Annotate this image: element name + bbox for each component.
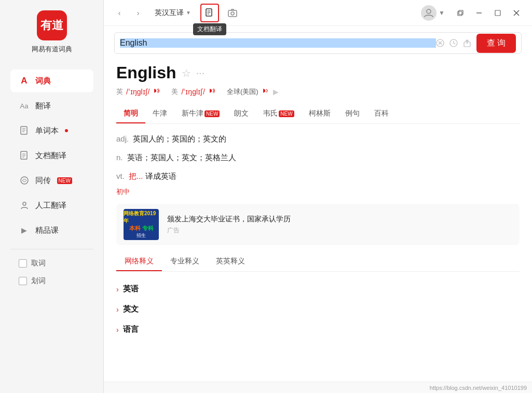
tab-examples[interactable]: 例句 (338, 105, 367, 123)
tab-baike[interactable]: 百科 (367, 105, 396, 123)
tab-pro-def[interactable]: 专业释义 (162, 252, 208, 271)
svg-rect-18 (459, 10, 463, 15)
huaci-checkbox[interactable] (19, 277, 27, 285)
translate-mode-button[interactable]: 英汉互译 ▼ (149, 6, 196, 20)
net-def-tabs: 网络释义 专业释义 英英释义 (116, 252, 520, 272)
simtrans-icon (19, 175, 30, 186)
ad-card[interactable]: 网络教育2019年 本科 专科 招生 颁发上海交大毕业证书，国家承认学历 广告 (116, 204, 520, 245)
net-def-item-1[interactable]: › 英文 (116, 299, 520, 319)
user-area[interactable]: ▼ (421, 5, 445, 21)
svg-rect-17 (458, 11, 462, 16)
phonetic-en-sound[interactable] (153, 87, 161, 96)
back-button[interactable]: ‹ (112, 6, 127, 20)
svg-rect-20 (495, 10, 500, 16)
star-button[interactable]: ☆ (182, 67, 191, 79)
svg-point-16 (427, 9, 431, 13)
checkbox-quci[interactable]: 取词 (10, 255, 93, 272)
svg-marker-33 (263, 89, 265, 93)
tab-weishi[interactable]: 韦氏NEW (256, 105, 301, 123)
more-button[interactable]: ··· (196, 67, 205, 79)
phonetic-en-symbol: /ˈɪŋglɪʃ/ (126, 88, 149, 96)
def-text-n: 英语；英国人；英文；英格兰人 (127, 153, 236, 162)
sidebar-item-courses-label: 精品课 (35, 226, 59, 235)
user-arrow: ▼ (439, 9, 445, 17)
doc-translate-tooltip: 文档翻译 (193, 23, 226, 35)
tab-langwen[interactable]: 朗文 (227, 105, 256, 123)
sidebar-item-doctrans-label: 文档翻译 (35, 151, 66, 161)
svg-point-9 (23, 202, 26, 205)
ad-type1: 本科 (129, 224, 141, 232)
ad-content: 颁发上海交大毕业证书，国家承认学历 广告 (167, 215, 291, 235)
sidebar-item-dict-label: 词典 (35, 76, 51, 86)
sidebar-item-translate-label: 翻译 (35, 101, 51, 111)
tab-net-def[interactable]: 网络释义 (116, 252, 162, 271)
quci-checkbox[interactable] (19, 259, 27, 268)
search-bar: 查 询 (114, 32, 522, 54)
screenshot-button[interactable] (223, 4, 242, 22)
def-link-vt[interactable]: 把... (129, 172, 143, 180)
global-sound-btn[interactable] (262, 87, 270, 96)
clear-button[interactable] (436, 39, 444, 47)
query-button[interactable]: 查 询 (476, 34, 516, 53)
tab-jianming[interactable]: 简明 (116, 105, 145, 123)
net-def-item-0[interactable]: › 英语 (116, 279, 520, 299)
tab-oxford[interactable]: 牛津 (145, 105, 174, 123)
sidebar-item-translate[interactable]: Aa 翻译 (10, 94, 93, 117)
tab-collins[interactable]: 柯林斯 (302, 105, 338, 123)
checkbox-huaci[interactable]: 划词 (10, 272, 93, 290)
doctrans-icon (19, 150, 30, 161)
sidebar-item-wordbook[interactable]: 单词本 (10, 119, 93, 142)
def-type-vt: vt. (116, 172, 125, 180)
net-def-arrow-0: › (116, 285, 119, 293)
definition-n: n. 英语；英国人；英文；英格兰人 (116, 150, 520, 165)
net-def-arrow-1: › (116, 305, 119, 314)
sidebar-item-simtrans[interactable]: 同传 NEW (10, 169, 93, 192)
svg-line-28 (454, 43, 455, 44)
tab-en-def[interactable]: 英英释义 (208, 252, 253, 271)
def-type-n: n. (116, 153, 123, 162)
sidebar-item-courses[interactable]: ▶ 精品课 (10, 219, 93, 242)
phonetic-us-sound[interactable] (208, 87, 216, 96)
url-text: https://blog.csdn.net/weixin_41010199 (430, 385, 527, 391)
net-def-item-2[interactable]: › 语言 (116, 319, 520, 340)
definition-vt: vt. 把... 译成英语 (116, 169, 520, 184)
huaci-label: 划词 (31, 276, 46, 286)
share-button[interactable] (463, 39, 471, 47)
def-text-adj: 英国人的；英国的；英文的 (133, 134, 226, 143)
phonetic-us-label: 美 (171, 87, 178, 96)
def-type-adj: adj. (116, 134, 129, 143)
logo-area: 有道 网易有道词典 (32, 10, 72, 54)
tab-new-oxford[interactable]: 新牛津NEW (174, 105, 227, 123)
sidebar-item-dict[interactable]: A 词典 (10, 69, 93, 92)
history-button[interactable] (449, 39, 458, 47)
phonetic-en: 英 /ˈɪŋglɪʃ/ (116, 87, 161, 96)
ad-title: 颁发上海交大毕业证书，国家承认学历 (167, 215, 291, 224)
play-arrow[interactable]: ▶ (273, 88, 279, 96)
level-tag: 初中 (116, 187, 520, 197)
quci-label: 取词 (31, 259, 46, 268)
sidebar-item-doctrans[interactable]: 文档翻译 (10, 144, 93, 167)
minimize-btn[interactable] (472, 6, 486, 20)
dict-tabs: 简明 牛津 新牛津NEW 朗文 韦氏NEW 柯林斯 例句 百科 (116, 105, 520, 124)
search-actions: 查 询 (436, 34, 516, 53)
sidebar-item-humantrans[interactable]: 人工翻译 (10, 194, 93, 217)
dict-icon: A (19, 75, 30, 87)
close-btn[interactable] (509, 6, 524, 20)
restore-btn[interactable] (453, 6, 468, 20)
svg-point-8 (21, 177, 28, 184)
app-logo-icon: 有道 (37, 10, 67, 40)
ad-thumb-line3: 招生 (137, 232, 146, 239)
search-input[interactable] (120, 38, 436, 48)
net-def-arrow-2: › (116, 326, 119, 334)
titlebar: ‹ › 英汉互译 ▼ 文档翻译 ▼ (104, 0, 532, 26)
doc-translate-button[interactable] (200, 4, 219, 22)
nav-divider (10, 249, 93, 249)
forward-button[interactable]: › (131, 6, 145, 20)
maximize-btn[interactable] (490, 6, 505, 20)
word-title: English (116, 63, 176, 82)
doc-translate-btn-container: 文档翻译 (200, 4, 219, 22)
content-area: English ☆ ··· 英 /ˈɪŋglɪʃ/ 美 /ˈɪŋglɪʃ/ 全 (104, 58, 532, 382)
svg-marker-31 (154, 89, 156, 93)
logo-subtitle: 网易有道词典 (32, 45, 72, 54)
weishi-badge: NEW (279, 110, 294, 117)
